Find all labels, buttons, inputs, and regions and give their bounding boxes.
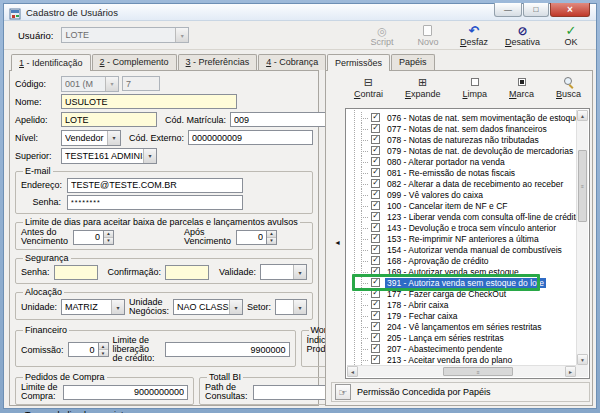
permission-row[interactable]: ✓ 154 - Autorizar venda manual de combus…: [347, 244, 576, 255]
permission-checkbox[interactable]: ✓: [371, 223, 380, 232]
vertical-scroll-thumb[interactable]: ≡: [578, 150, 587, 222]
permission-checkbox[interactable]: ✓: [371, 179, 380, 188]
apelido-field[interactable]: [61, 112, 157, 127]
permission-checkbox[interactable]: ✓: [371, 289, 380, 298]
permission-row[interactable]: ✓ 205 - Lança em séries restritas: [347, 332, 576, 343]
permission-row[interactable]: ✓ 178 - Abrir caixa: [347, 299, 576, 310]
roles-permission-button[interactable]: ☞: [335, 384, 351, 400]
permission-checkbox[interactable]: ✓: [371, 333, 380, 342]
permission-row[interactable]: ✓ 153 - Re-imprimir NF anteriores a últi…: [347, 233, 576, 244]
permission-checkbox[interactable]: ✓: [371, 311, 380, 320]
superior-combo[interactable]: TESTE161 ADMINISTR ▾: [61, 148, 157, 164]
vertical-scrollbar[interactable]: ▲ ≡ ▼: [576, 110, 588, 365]
permission-row[interactable]: ✓ 077 - Notas de nat. sem dados financei…: [347, 123, 576, 134]
splitter-collapse-icon[interactable]: ◄: [334, 239, 341, 246]
tab-permissoes[interactable]: Permissões: [327, 54, 390, 71]
permission-checkbox[interactable]: ✓: [371, 168, 380, 177]
permission-checkbox[interactable]: ✓: [371, 278, 380, 287]
unidade-combo[interactable]: MATRIZ ▾: [61, 299, 125, 315]
marca-button[interactable]: Marca: [509, 76, 534, 107]
permission-row[interactable]: ✓ 123 - Liberar venda com consulta off-l…: [347, 211, 576, 222]
permission-checkbox[interactable]: ✓: [371, 157, 380, 166]
antes-spinner[interactable]: ▲▼: [73, 230, 114, 245]
permission-row[interactable]: ✓ 081 - Re-emissão de notas fiscais: [347, 167, 576, 178]
spinner-arrows[interactable]: ▲▼: [266, 230, 277, 245]
permission-row[interactable]: ✓ 100 - Cancelar item de NF e CF: [347, 200, 576, 211]
comissao-field[interactable]: [68, 342, 98, 357]
limite-compra-field[interactable]: [63, 385, 188, 400]
permission-row[interactable]: ✓ 213 - Aceitar venda fora do plano: [347, 354, 576, 365]
script-button[interactable]: ◎ Script: [367, 25, 397, 47]
tab-preferencias[interactable]: 3 - Preferências: [178, 54, 258, 70]
antes-field[interactable]: [73, 230, 103, 245]
codigo-combo[interactable]: 001 (M ▾: [61, 76, 119, 92]
endereco-field[interactable]: [67, 178, 243, 193]
codigo-num-field[interactable]: [122, 76, 160, 91]
permission-row[interactable]: ✓ 179 - Fechar caixa: [347, 310, 576, 321]
permission-checkbox[interactable]: ✓: [371, 124, 380, 133]
spinner-arrows[interactable]: ▲▼: [98, 342, 109, 357]
permission-checkbox[interactable]: ✓: [371, 212, 380, 221]
scroll-right-icon[interactable]: ►: [565, 366, 576, 377]
permission-row[interactable]: ✓ 177 - Fazer carga de CheckOut: [347, 288, 576, 299]
tab-complemento[interactable]: 2 - Complemento: [92, 54, 177, 70]
desativa-button[interactable]: ⊘ Desativa: [505, 25, 540, 47]
permission-checkbox[interactable]: ✓: [371, 234, 380, 243]
spinner-arrows[interactable]: ▲▼: [103, 230, 114, 245]
apos-field[interactable]: [236, 230, 266, 245]
permission-checkbox[interactable]: ✓: [371, 146, 380, 155]
busca-button[interactable]: Busca: [556, 76, 581, 107]
permission-checkbox[interactable]: ✓: [371, 322, 380, 331]
novo-button[interactable]: Novo: [413, 25, 443, 47]
scroll-down-icon[interactable]: ▼: [577, 354, 588, 365]
maximize-button[interactable]: □: [523, 3, 549, 17]
tab-cobranca[interactable]: 4 - Cobrança: [258, 54, 326, 70]
limpa-button[interactable]: Limpa: [462, 76, 487, 107]
horizontal-scroll-thumb[interactable]: ≡: [443, 367, 513, 376]
permission-checkbox[interactable]: ✓: [371, 201, 380, 210]
desfaz-button[interactable]: ↶ Desfaz: [459, 25, 489, 47]
permission-checkbox[interactable]: ✓: [371, 245, 380, 254]
permission-row[interactable]: ✓ 169 - Autorizar venda sem estoque: [347, 266, 576, 277]
nivel-combo[interactable]: Vendedor ▾: [61, 130, 121, 146]
comissao-spinner[interactable]: ▲▼: [68, 342, 109, 357]
permission-row[interactable]: ✓ 080 - Alterar portador na venda: [347, 156, 576, 167]
close-button[interactable]: ×: [550, 3, 590, 17]
unidade-negocios-combo[interactable]: NAO CLASSIFI ▾: [173, 299, 243, 315]
expande-button[interactable]: ⊞ Expande: [405, 76, 441, 107]
permission-checkbox[interactable]: ✓: [371, 300, 380, 309]
nome-field[interactable]: [61, 94, 237, 109]
user-combo[interactable]: LOTE ▾: [61, 27, 189, 43]
permission-checkbox[interactable]: ✓: [371, 355, 380, 364]
horizontal-scrollbar[interactable]: ◄ ≡ ►: [347, 365, 576, 377]
permission-row[interactable]: ✓ 391 - Autoriza venda sem estoque do lo…: [347, 277, 576, 288]
externo-field[interactable]: [188, 130, 313, 145]
scroll-up-icon[interactable]: ▲: [577, 110, 588, 121]
senha-field[interactable]: [54, 265, 98, 280]
permission-row[interactable]: ✓ 078 - Notas de naturezas não tributada…: [347, 134, 576, 145]
permission-checkbox[interactable]: ✓: [371, 190, 380, 199]
setor-combo[interactable]: ▾: [275, 299, 307, 315]
permission-row[interactable]: ✓ 076 - Notas de nat. sem movimentação d…: [347, 112, 576, 123]
permission-row[interactable]: ✓ 143 - Devolução e troca sem vínculo an…: [347, 222, 576, 233]
permission-row[interactable]: ✓ 099 - Vê valores do caixa: [347, 189, 576, 200]
permission-checkbox[interactable]: ✓: [371, 135, 380, 144]
confirmacao-field[interactable]: [165, 265, 209, 280]
scroll-left-icon[interactable]: ◄: [347, 366, 358, 377]
tab-papeis[interactable]: Papéis: [391, 54, 435, 70]
ok-button[interactable]: ✓ OK: [556, 25, 586, 47]
permission-row[interactable]: ✓ 204 - Vê lançamentos em séries restrit…: [347, 321, 576, 332]
permission-checkbox[interactable]: ✓: [371, 256, 380, 265]
permission-row[interactable]: ✓ 207 - Abastecimento pendente: [347, 343, 576, 354]
validade-combo[interactable]: ▾: [260, 264, 307, 280]
permission-row[interactable]: ✓ 079 - Notas de nat. de devolução de me…: [347, 145, 576, 156]
limite-credito-field[interactable]: [165, 342, 290, 357]
tab-identificacao[interactable]: 1 - Identificação: [11, 54, 91, 71]
permission-row[interactable]: ✓ 168 - Aprovação de crédito: [347, 255, 576, 266]
permission-row[interactable]: ✓ 082 - Alterar a data de recebimento ao…: [347, 178, 576, 189]
apos-spinner[interactable]: ▲▼: [236, 230, 277, 245]
contrai-button[interactable]: ⊟ Contrai: [354, 76, 383, 107]
permission-checkbox[interactable]: ✓: [371, 267, 380, 276]
email-senha-field[interactable]: [67, 195, 243, 210]
minimize-button[interactable]: —: [494, 3, 522, 17]
